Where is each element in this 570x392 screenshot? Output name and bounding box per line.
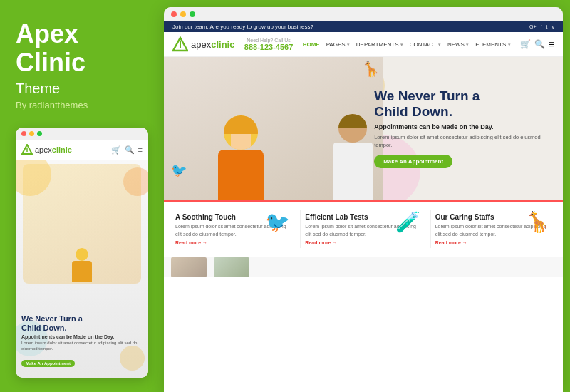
child-body [218, 150, 264, 200]
hero-body: Lorem ipsum dolor sit amet consectetur a… [374, 133, 553, 150]
contact-label: Need Help? Call Us [244, 38, 294, 43]
nav-elements[interactable]: ELEMENTS ▾ [475, 41, 510, 48]
nav-menu-icon[interactable]: ≡ [549, 38, 554, 50]
desktop-topbar: Join our team. Are you ready to grow up … [164, 21, 563, 32]
child-figure [218, 115, 264, 200]
topbar-message: Join our team. Are you ready to grow up … [172, 24, 314, 30]
mobile-appointment-button[interactable]: Make An Appointment [21, 360, 75, 367]
bottom-thumbnail-2 [214, 257, 249, 277]
desktop-logo[interactable]: apexclinic [172, 36, 234, 52]
left-by: By radiantthemes [16, 100, 148, 110]
feature-lab-tests: Efficient Lab Tests Lorem ipsum dolor si… [300, 210, 425, 248]
desktop-dot-green [190, 11, 195, 17]
doctor-head [338, 114, 367, 143]
feature-soothing-touch: A Soothing Touch Lorem ipsum dolor sit a… [171, 210, 296, 248]
social-vimeo[interactable]: v [552, 24, 555, 29]
nav-home[interactable]: HOME [303, 41, 320, 48]
desktop-bottom-strip [164, 257, 563, 277]
mobile-logo-icon [21, 144, 33, 155]
desktop-window-controls [164, 7, 563, 21]
mobile-dot-green [37, 131, 42, 136]
feature-1-icon: 🐦 [265, 210, 290, 234]
desktop-nav-links: HOME PAGES ▾ DEPARTMENTS ▾ CONTACT ▾ NEW… [303, 41, 511, 48]
mobile-hero-text: We Never Turn aChild Down. Appointments … [21, 314, 142, 368]
left-panel: ApexClinic Theme By radiantthemes apexcl… [0, 0, 164, 392]
social-gplus[interactable]: G+ [529, 24, 537, 29]
desktop-nav: apexclinic Need Help? Call Us 888-123-45… [164, 32, 563, 57]
mobile-hero-image [23, 164, 141, 284]
hero-appointment-button[interactable]: Make An Appointment [374, 155, 452, 168]
nav-departments[interactable]: DEPARTMENTS ▾ [356, 41, 403, 48]
bird-icon: 🐦 [265, 211, 290, 233]
mobile-hero-body: Lorem ipsum dolor sit amet consectetur a… [21, 341, 142, 352]
decorative-bird-branch: 🐦 [171, 163, 187, 178]
left-title: ApexClinic [16, 20, 148, 76]
desktop-logo-text: apexclinic [191, 39, 234, 50]
feature-3-icon: 🦒 [525, 210, 550, 234]
mobile-hero-title: We Never Turn aChild Down. [21, 314, 142, 333]
mobile-dot-red [21, 131, 26, 136]
social-twitter[interactable]: t [546, 24, 548, 29]
nav-contact[interactable]: CONTACT ▾ [410, 41, 441, 48]
desktop-logo-icon [172, 36, 188, 52]
mobile-search-icon[interactable]: 🔍 [125, 145, 135, 155]
desktop-nav-icons: 🛒 🔍 ≡ [520, 38, 554, 50]
feature-3-link[interactable]: Read more → [435, 240, 551, 245]
social-facebook[interactable]: f [541, 24, 542, 29]
nav-cart-icon[interactable]: 🛒 [520, 39, 531, 49]
child-head [224, 115, 258, 150]
mobile-nav-icons: 🛒 🔍 ≡ [111, 145, 142, 155]
mobile-window-controls [16, 128, 148, 140]
desktop-dot-red [171, 11, 177, 17]
mobile-hero: We Never Turn aChild Down. Appointments … [16, 160, 148, 378]
feature-2-icon: 🧪 [395, 210, 420, 234]
desktop-preview: Join our team. Are you ready to grow up … [164, 7, 563, 392]
hero-image-area: 🐦 🦒 [164, 57, 383, 200]
contact-phone[interactable]: 888-123-4567 [244, 43, 294, 51]
mobile-menu-icon[interactable]: ≡ [138, 145, 142, 154]
feature-caring-staffs: Our Caring Staffs Lorem ipsum dolor sit … [430, 210, 556, 248]
mobile-child-figure [68, 248, 96, 284]
mobile-preview: apexclinic 🛒 🔍 ≡ We [16, 128, 148, 378]
doctor-coat [333, 143, 373, 200]
child-face [231, 134, 251, 150]
nav-search-icon[interactable]: 🔍 [534, 39, 545, 49]
left-subtitle: Theme [16, 81, 148, 97]
nav-pages[interactable]: PAGES ▾ [326, 41, 350, 48]
desktop-dot-yellow [180, 11, 186, 17]
mobile-logo: apexclinic [21, 144, 72, 155]
bird-decoration: 🐦 [171, 163, 187, 178]
nav-news[interactable]: NEWS ▾ [447, 41, 469, 48]
giraffe-icon: 🦒 [525, 211, 550, 233]
desktop-contact: Need Help? Call Us 888-123-4567 [244, 38, 294, 51]
doctor-hair [338, 114, 367, 128]
hero-text-area: We Never Turn aChild Down. Appointments … [371, 57, 563, 200]
feature-2-link[interactable]: Read more → [305, 240, 421, 245]
mobile-child-body [72, 261, 92, 282]
mobile-dot-yellow [29, 131, 34, 136]
thumbnail-image-2 [214, 257, 249, 277]
thumbnail-image [171, 257, 207, 277]
mobile-cart-icon[interactable]: 🛒 [111, 145, 121, 155]
doctor-figure [333, 114, 373, 200]
feature-1-link[interactable]: Read more → [175, 240, 291, 245]
mobile-logo-text: apexclinic [35, 145, 72, 154]
desktop-hero: 🐦 🦒 We Never Turn aChild Down. Appointme… [164, 57, 563, 200]
mobile-header: apexclinic 🛒 🔍 ≡ [16, 140, 148, 160]
mobile-hero-subtitle: Appointments can be Made on the Day. [21, 334, 142, 339]
topbar-social-links: G+ f t v [529, 24, 554, 29]
bottom-thumbnail-1 [171, 257, 207, 277]
hero-subtitle: Appointments can be Made on the Day. [374, 123, 553, 130]
hero-title: We Never Turn aChild Down. [374, 88, 553, 120]
mobile-child-head [76, 248, 88, 261]
desktop-features: A Soothing Touch Lorem ipsum dolor sit a… [164, 200, 563, 257]
flask-icon: 🧪 [395, 211, 420, 233]
child-hair [224, 115, 258, 134]
